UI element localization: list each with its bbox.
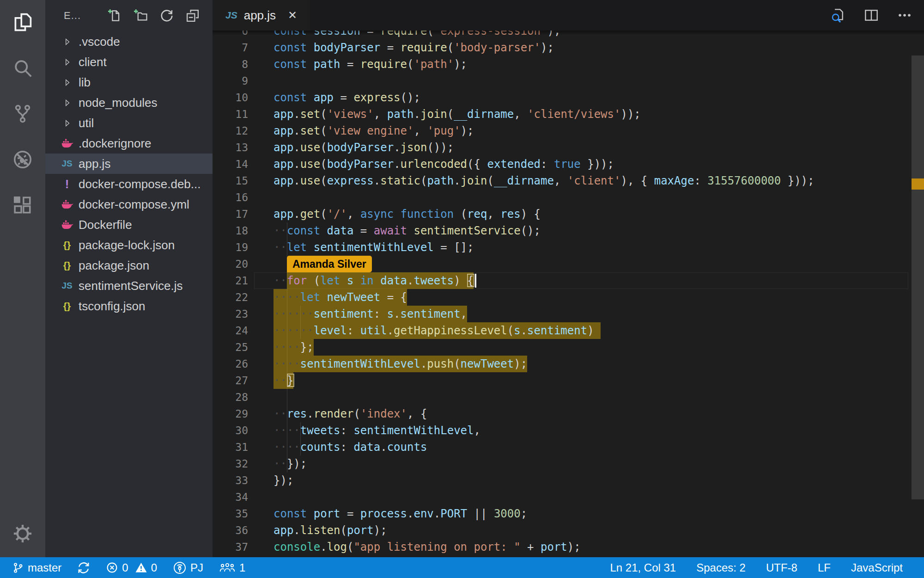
code-line-31[interactable]: 31····counts: data.counts [213, 439, 924, 455]
docker-file-icon [60, 219, 74, 231]
tree-item-label: docker-compose.yml [79, 197, 189, 212]
code-line-33[interactable]: 33}); [213, 472, 924, 489]
sync-icon [77, 561, 90, 574]
code-line-27[interactable]: 27··} [213, 372, 924, 389]
line-number: 37 [213, 539, 248, 555]
code-line-14[interactable]: 14app.use(bodyParser.urlencoded({ extend… [213, 156, 924, 172]
source-control-icon [12, 104, 33, 126]
line-number: 12 [213, 123, 248, 139]
code-line-30[interactable]: 30····tweets: sentimentWithLevel, [213, 422, 924, 439]
code-line-23[interactable]: 23······sentiment: s.sentiment, [213, 306, 924, 322]
new-folder-button[interactable] [134, 9, 148, 23]
line-number: 16 [213, 189, 248, 206]
status-participants[interactable]: 1 [219, 561, 245, 574]
code-text: ····sentimentWithLevel.push(newTweet); [274, 356, 527, 372]
tree-item-label: node_modules [79, 96, 158, 110]
status-sync[interactable] [77, 561, 90, 574]
code-line-24[interactable]: 24······level: util.getHappinessLevel(s.… [213, 322, 924, 339]
tree-item-docker-compose-yml[interactable]: docker-compose.yml [45, 194, 213, 215]
activity-bar [0, 0, 45, 557]
code-line-25[interactable]: 25····}; [213, 339, 924, 356]
tree-item--dockerignore[interactable]: .dockerignore [45, 133, 213, 154]
code-line-16[interactable]: 16 [213, 189, 924, 206]
code-text: ··res.render('index', { [274, 406, 427, 422]
find-in-file-button[interactable] [831, 8, 845, 23]
json-file-icon: {} [60, 260, 74, 271]
status-errors[interactable]: 0 [106, 561, 128, 574]
line-number: 20 [213, 256, 248, 272]
tree-item-sentimentservice-js[interactable]: JSsentimentService.js [45, 276, 213, 296]
code-line-12[interactable]: 12app.set('view engine', 'pug'); [213, 123, 924, 139]
line-number: 18 [213, 222, 248, 239]
code-line-11[interactable]: 11app.set('views', path.join(__dirname, … [213, 106, 924, 123]
code-text: console.log("app listening on port: " + … [274, 539, 581, 555]
status-cursor-position[interactable]: Ln 21, Col 31 [610, 561, 676, 574]
status-encoding[interactable]: UTF-8 [766, 561, 797, 574]
tree-item-lib[interactable]: lib [45, 72, 213, 92]
tree-item-app-js[interactable]: JSapp.js [45, 154, 213, 174]
code-line-32[interactable]: 32··}); [213, 455, 924, 472]
activity-item-explorer[interactable] [0, 0, 45, 46]
chevron-right-icon [60, 119, 74, 128]
code-line-18[interactable]: 18··const data = await sentimentService(… [213, 222, 924, 239]
tree-item-client[interactable]: client [45, 52, 213, 72]
line-number: 26 [213, 356, 248, 372]
code-line-17[interactable]: 17app.get('/', async function (req, res)… [213, 206, 924, 222]
code-line-10[interactable]: 10const app = express(); [213, 89, 924, 106]
bracket-match-box [287, 374, 294, 387]
more-actions-button[interactable] [897, 8, 912, 23]
tree-item-tsconfig-json[interactable]: {}tsconfig.json [45, 296, 213, 316]
split-editor-button[interactable] [864, 8, 879, 23]
code-line-9[interactable]: 9 [213, 73, 924, 89]
code-line-37[interactable]: 37console.log("app listening on port: " … [213, 539, 924, 555]
code-line-21[interactable]: 21··for (let s in data.tweets) { [213, 272, 924, 289]
javascript-file-icon: JS [225, 10, 237, 21]
code-line-13[interactable]: 13app.use(bodyParser.json()); [213, 139, 924, 156]
code-line-15[interactable]: 15app.use(express.static(path.join(__dir… [213, 172, 924, 189]
new-file-button[interactable] [108, 9, 122, 23]
code-line-7[interactable]: 7const bodyParser = require('body-parser… [213, 39, 924, 56]
tree-item--vscode[interactable]: .vscode [45, 31, 213, 52]
activity-item-settings[interactable] [0, 511, 45, 557]
tree-item-node-modules[interactable]: node_modules [45, 92, 213, 113]
tab-app-js[interactable]: JS app.js ✕ [213, 0, 310, 31]
status-language-mode[interactable]: JavaScript [851, 561, 903, 574]
status-eol[interactable]: LF [818, 561, 831, 574]
activity-item-extensions[interactable] [0, 183, 45, 229]
tree-item-dockerfile[interactable]: Dockerfile [45, 215, 213, 235]
activity-item-source-control[interactable] [0, 92, 45, 137]
close-tab-icon[interactable]: ✕ [288, 9, 297, 22]
code-text: ··const data = await sentimentService(); [274, 222, 541, 239]
code-line-28[interactable]: 28 [213, 389, 924, 406]
tree-item-label: .dockerignore [79, 136, 152, 151]
tree-item-package-lock-json[interactable]: {}package-lock.json [45, 235, 213, 255]
code-line-29[interactable]: 29··res.render('index', { [213, 406, 924, 422]
code-line-19[interactable]: 19··let sentimentWithLevel = []; [213, 239, 924, 256]
status-warnings[interactable]: 0 [135, 561, 157, 574]
code-text: ······sentiment: s.sentiment, [274, 306, 467, 322]
code-line-26[interactable]: 26····sentimentWithLevel.push(newTweet); [213, 356, 924, 372]
warning-icon [135, 561, 147, 574]
find-file-icon [831, 16, 845, 24]
js-file-icon: JS [60, 159, 74, 169]
activity-item-debug[interactable] [0, 137, 45, 183]
collapse-all-button[interactable] [186, 9, 200, 23]
code-line-36[interactable]: 36app.listen(port); [213, 522, 924, 539]
tree-item-util[interactable]: util [45, 113, 213, 133]
refresh-button[interactable] [160, 9, 174, 23]
status-label: JavaScript [851, 561, 903, 574]
status-live-share[interactable]: PJ [173, 561, 203, 575]
chevron-right-icon [60, 37, 74, 46]
tree-item-package-json[interactable]: {}package.json [45, 255, 213, 276]
editor-scrollbar[interactable] [912, 55, 924, 499]
code-line-35[interactable]: 35const port = process.env.PORT || 3000; [213, 505, 924, 522]
activity-item-search[interactable] [0, 46, 45, 92]
status-git-branch[interactable]: master [12, 561, 61, 574]
code-line-22[interactable]: 22····let newTweet = { [213, 289, 924, 306]
tree-item-docker-compose-deb-[interactable]: !docker-compose.deb... [45, 174, 213, 194]
status-label: 0 [151, 561, 157, 574]
status-indentation[interactable]: Spaces: 2 [696, 561, 746, 574]
line-number: 11 [213, 106, 248, 123]
code-line-34[interactable]: 34 [213, 489, 924, 505]
code-line-8[interactable]: 8const path = require('path'); [213, 56, 924, 73]
